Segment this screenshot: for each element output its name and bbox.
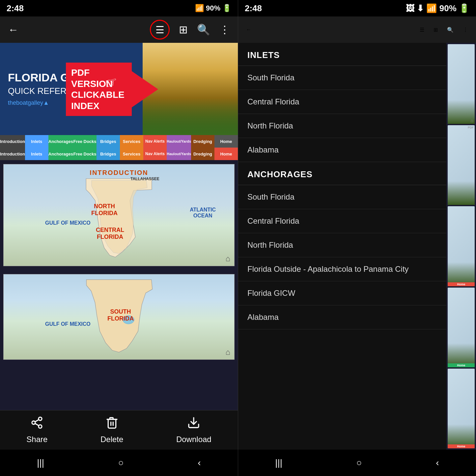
- list-bottom-spacer: [238, 329, 476, 395]
- tab-home-2[interactable]: Home: [214, 148, 238, 160]
- florida-outline-svg-1: [27, 168, 211, 259]
- map-page-south-florida: SOUTHFLORIDA GULF OF MEXICO ⌂: [3, 274, 235, 360]
- tab-home-1[interactable]: Home: [214, 135, 238, 148]
- map2-home-icon[interactable]: ⌂: [226, 348, 231, 357]
- download-button[interactable]: Download: [176, 416, 211, 444]
- left-bottom-nav: ||| ○ ‹: [0, 450, 238, 476]
- tab-introduction-1[interactable]: Introduction: [0, 135, 25, 148]
- download-icon: [187, 416, 200, 432]
- right-status-icons: 🖼 ⬇ 📶 90% 🔋: [406, 3, 469, 14]
- svg-line-4: [35, 420, 39, 422]
- right-nav-menu-icon[interactable]: |||: [275, 458, 282, 468]
- index-item-alabama-inlets[interactable]: Alabama 10: [238, 138, 476, 162]
- toc-icon[interactable]: ☰: [155, 24, 164, 36]
- tab-services-2[interactable]: Services: [120, 148, 143, 160]
- annotation-line2: CLICKABLE INDEX: [71, 90, 125, 111]
- thumbnail-1[interactable]: ⌂: [448, 44, 475, 124]
- index-item-alabama-anchorages[interactable]: Alabama 34: [238, 305, 476, 329]
- right-battery-icon: 🔋: [459, 3, 469, 13]
- tab-nav-alerts-1[interactable]: Nav Alerts: [143, 135, 167, 148]
- right-search-icon[interactable]: 🔍: [447, 27, 454, 33]
- tab-nav-alerts-2[interactable]: Nav Alerts: [143, 148, 167, 160]
- tab-inlets-1[interactable]: Inlets: [25, 135, 48, 148]
- big-arrow-icon: [132, 71, 158, 107]
- svg-line-3: [35, 424, 39, 426]
- right-bottom-nav: ||| ○ ‹: [238, 450, 476, 476]
- index-item-label: Florida GICW: [247, 289, 295, 298]
- annotation-text: PDF VERSION CLICKABLE INDEX: [66, 63, 132, 116]
- tab-haulout-1[interactable]: Haulout/Yards: [167, 135, 191, 148]
- index-list: INLETS 7 South Florida 7 Central Florida…: [238, 43, 476, 476]
- right-status-bar: 2:48 🖼 ⬇ 📶 90% 🔋: [238, 0, 476, 16]
- tab-free-docks-2[interactable]: Free Docks: [73, 148, 97, 160]
- florida-map-south: SOUTHFLORIDA GULF OF MEXICO: [4, 274, 234, 359]
- right-signal-icon: 📶: [426, 3, 437, 13]
- right-more-icon[interactable]: ⋮: [463, 27, 468, 33]
- thumb-pdf-label: PDF: [468, 126, 474, 129]
- right-nav-home-icon[interactable]: ○: [356, 458, 362, 468]
- tab-bridges-1[interactable]: Bridges: [97, 135, 120, 148]
- right-toc-icon[interactable]: ☰: [420, 27, 424, 33]
- index-item-label: Central Florida: [247, 97, 299, 106]
- index-item-label: North Florida: [247, 121, 293, 130]
- right-battery-text: 90%: [439, 3, 457, 13]
- left-nav-menu-icon[interactable]: |||: [37, 458, 44, 468]
- left-nav-back-icon[interactable]: ‹: [198, 458, 201, 468]
- nav-tabs-row-1: Introduction Inlets Anchorages Free Dock…: [0, 135, 238, 148]
- right-download-icon: ⬇: [417, 3, 424, 13]
- left-status-bar: 2:48 📶 90% 🔋: [0, 0, 238, 16]
- tab-anchorages-2[interactable]: Anchorages: [48, 148, 73, 160]
- left-top-nav: ← ☰ ⊞ 🔍 ⋮: [0, 16, 238, 43]
- map-label-north-florida: NORTHFLORIDA: [91, 203, 118, 217]
- toc-highlight-circle: ☰: [150, 20, 170, 40]
- index-item-north-florida-inlets[interactable]: North Florida 9: [238, 114, 476, 138]
- tab-dredging-1[interactable]: Dredging: [191, 135, 214, 148]
- battery-text: 90%: [206, 4, 220, 13]
- tab-bridges-2[interactable]: Bridges: [97, 148, 120, 160]
- left-nav-home-icon[interactable]: ○: [118, 458, 124, 468]
- left-panel: 2:48 📶 90% 🔋 ← ☰ ⊞ 🔍 ⋮ FLORIDA GULF QUIC…: [0, 0, 238, 476]
- grid-icon[interactable]: ⊞: [179, 23, 188, 36]
- tab-services-1[interactable]: Services: [120, 135, 143, 148]
- map-label-gulf-of-mexico: GULF OF MEXICO: [45, 220, 91, 226]
- brand-name: theboatgalley▲: [8, 99, 49, 106]
- index-item-south-florida-inlets[interactable]: South Florida 7: [238, 66, 476, 90]
- map-label-central-florida: CENTRALFLORIDA: [96, 227, 124, 240]
- index-item-florida-gicw[interactable]: Florida GICW 28: [238, 281, 476, 305]
- share-icon: [30, 416, 43, 432]
- thumb-home-tag-3: Home: [448, 444, 475, 448]
- right-nav-back-icon[interactable]: ‹: [436, 458, 439, 468]
- tab-inlets-2[interactable]: Inlets: [25, 148, 48, 160]
- right-back-button[interactable]: ←: [246, 27, 251, 33]
- left-time: 2:48: [7, 3, 24, 14]
- right-panel: 2:48 🖼 ⬇ 📶 90% 🔋 ← ☰ ⊞ 🔍 ⋮ INLETS 7 Sout…: [238, 0, 476, 476]
- tab-free-docks-1[interactable]: Free Docks: [73, 135, 97, 148]
- delete-button[interactable]: Delete: [100, 416, 123, 444]
- index-item-south-florida-anchorages[interactable]: South Florida 11: [238, 185, 476, 209]
- delete-icon: [105, 416, 119, 432]
- left-back-button[interactable]: ←: [8, 24, 18, 36]
- index-item-central-florida-anchorages[interactable]: Central Florida 17: [238, 209, 476, 233]
- index-item-central-florida-inlets[interactable]: Central Florida 8: [238, 90, 476, 114]
- section-anchorages-header: ANCHORAGES 11: [238, 162, 476, 185]
- right-grid-icon[interactable]: ⊞: [434, 27, 438, 33]
- tab-haulout-2[interactable]: Haulout/Yards: [167, 148, 191, 160]
- share-button[interactable]: Share: [26, 416, 47, 444]
- tab-anchorages-1[interactable]: Anchorages: [48, 135, 73, 148]
- download-label: Download: [176, 435, 211, 444]
- index-item-label: Central Florida: [247, 216, 299, 226]
- map1-home-icon[interactable]: ⌂: [226, 254, 231, 263]
- tab-dredging-2[interactable]: Dredging: [191, 148, 214, 160]
- more-icon[interactable]: ⋮: [219, 23, 230, 36]
- thumbnail-2[interactable]: PDF: [448, 125, 475, 205]
- index-item-florida-outside[interactable]: Florida Outside - Apalachicola to Panama…: [238, 257, 476, 281]
- right-time: 2:48: [245, 3, 262, 14]
- index-item-north-florida-anchorages[interactable]: North Florida 23: [238, 233, 476, 257]
- thumbnail-5[interactable]: Home: [448, 369, 475, 448]
- search-icon[interactable]: 🔍: [197, 23, 210, 36]
- section-anchorages-title: ANCHORAGES: [247, 169, 313, 180]
- thumbnail-3[interactable]: ⌂ Home: [448, 206, 475, 286]
- thumbnail-4[interactable]: ⌂ Home: [448, 288, 475, 367]
- index-item-label: South Florida: [247, 73, 294, 82]
- tab-introduction-2[interactable]: Introduction: [0, 148, 25, 160]
